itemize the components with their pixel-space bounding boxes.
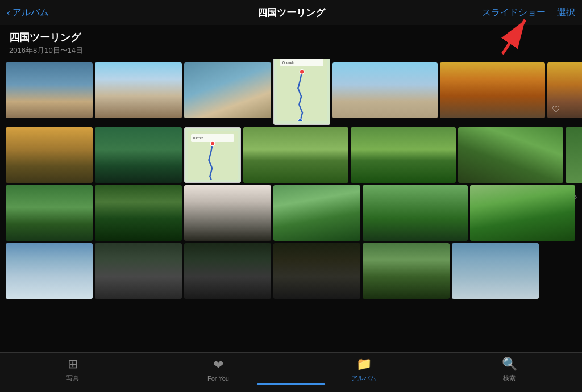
photo-grid-area: 0 km/h ♡ 0 km/h	[0, 59, 582, 368]
svg-point-4	[210, 141, 215, 146]
select-button[interactable]: 選択	[557, 7, 575, 19]
back-button[interactable]: ‹ アルバム	[7, 7, 49, 19]
tab-search[interactable]: 🔍 検索	[481, 357, 538, 382]
album-title: 四国ツーリング	[9, 31, 573, 44]
photo-cell[interactable]	[243, 127, 348, 183]
tab-for-you[interactable]: ❤ For You	[190, 358, 247, 382]
photo-row-4	[6, 243, 576, 299]
photo-cell[interactable]	[363, 243, 450, 299]
photo-cell[interactable]	[363, 185, 468, 241]
tab-albums[interactable]: 📁 アルバム	[335, 357, 392, 382]
back-label: アルバム	[13, 7, 49, 19]
photo-cell[interactable]	[458, 127, 563, 183]
photo-cell[interactable]	[184, 243, 271, 299]
photo-cell[interactable]	[184, 62, 271, 118]
photo-grid: 0 km/h ♡ 0 km/h	[6, 62, 576, 299]
photo-cell[interactable]	[6, 127, 93, 183]
photo-row-2: 0 km/h	[6, 127, 576, 183]
map-photo-cell[interactable]: 0 km/h	[273, 59, 330, 125]
album-date: 2016年8月10日〜14日	[9, 45, 573, 56]
for-you-tab-label: For You	[207, 375, 229, 382]
photo-cell[interactable]	[470, 185, 575, 241]
album-info: 四国ツーリング 2016年8月10日〜14日 ›	[0, 25, 582, 59]
tab-active-indicator	[257, 383, 325, 385]
tab-photos[interactable]: ⊞ 写真	[44, 357, 101, 382]
photo-row-1: 0 km/h ♡	[6, 62, 576, 125]
photo-row-3	[6, 185, 576, 241]
photo-cell[interactable]	[351, 127, 456, 183]
photo-cell[interactable]	[6, 243, 93, 299]
photo-cell[interactable]	[440, 62, 545, 118]
header: ‹ アルバム 四国ツーリング スライドショー 選択	[0, 0, 582, 25]
for-you-tab-icon: ❤	[213, 358, 223, 373]
header-actions: スライドショー 選択	[482, 7, 575, 19]
photos-tab-label: 写真	[66, 374, 79, 382]
photo-cell[interactable]	[6, 185, 93, 241]
photo-cell[interactable]	[95, 62, 182, 118]
heart-icon: ♡	[552, 104, 560, 115]
albums-tab-label: アルバム	[351, 374, 376, 382]
search-tab-icon: 🔍	[502, 357, 517, 372]
photo-cell[interactable]	[95, 243, 182, 299]
photo-cell[interactable]	[452, 243, 539, 299]
photo-cell[interactable]	[273, 243, 360, 299]
tab-bar: ⊞ 写真 ❤ For You 📁 アルバム 🔍 検索	[0, 352, 582, 392]
photos-tab-icon: ⊞	[68, 357, 78, 372]
photo-cell[interactable]	[6, 62, 93, 118]
photo-cell[interactable]	[184, 185, 271, 241]
photo-cell[interactable]	[95, 185, 182, 241]
search-tab-label: 検索	[503, 374, 516, 382]
photo-cell[interactable]	[95, 127, 182, 183]
slideshow-button[interactable]: スライドショー	[482, 7, 546, 19]
photo-cell[interactable]	[566, 127, 582, 183]
photo-cell[interactable]: ♡	[547, 62, 582, 118]
back-chevron-icon: ‹	[7, 7, 10, 19]
map-photo-cell[interactable]: 0 km/h	[184, 127, 241, 183]
header-title: 四国ツーリング	[257, 6, 325, 19]
photo-cell[interactable]	[332, 62, 438, 118]
albums-tab-icon: 📁	[356, 357, 372, 372]
photo-cell[interactable]	[273, 185, 360, 241]
svg-point-3	[298, 119, 302, 121]
svg-point-2	[300, 70, 304, 74]
